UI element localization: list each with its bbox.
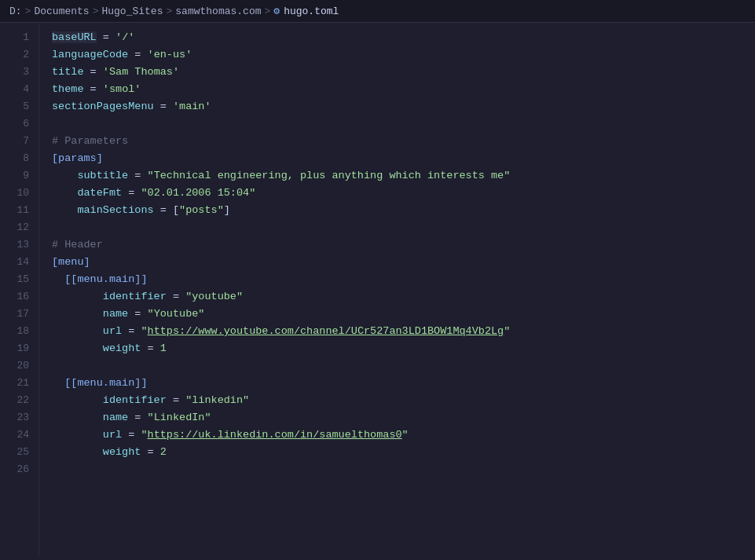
line-number: 25 (0, 444, 38, 461)
code-line: title = 'Sam Thomas' (52, 64, 755, 81)
breadcrumb-hugo-sites: Hugo_Sites (101, 5, 163, 17)
line-number: 19 (0, 340, 38, 357)
line-number: 26 (0, 461, 38, 478)
code-line (52, 357, 755, 375)
line-number: 13 (0, 236, 38, 254)
line-number: 8 (0, 150, 38, 167)
code-line: # Header (52, 236, 755, 254)
line-number: 4 (0, 81, 38, 98)
line-number: 11 (0, 202, 38, 219)
code-line: baseURL = '/' (52, 29, 755, 46)
line-number: 16 (0, 288, 38, 306)
breadcrumb-documents: Documents (34, 5, 89, 17)
code-line (52, 115, 755, 133)
gear-icon: ⚙ (273, 5, 280, 17)
code-line: weight = 2 (52, 444, 755, 461)
breadcrumb-samwthomas: samwthomas.com (175, 5, 261, 17)
breadcrumb-filename: hugo.toml (284, 5, 339, 17)
code-line: theme = 'smol' (52, 81, 755, 98)
code-line: url = "https://www.youtube.com/channel/U… (52, 323, 755, 340)
line-number: 18 (0, 323, 38, 340)
line-number: 20 (0, 357, 38, 375)
breadcrumb-sep1: > (25, 5, 31, 17)
code-line: url = "https://uk.linkedin.com/in/samuel… (52, 426, 755, 444)
code-area[interactable]: baseURL = '/'languageCode = 'en-us'title… (39, 23, 755, 557)
code-line: identifier = "linkedin" (52, 392, 755, 409)
breadcrumb-sep3: > (166, 5, 172, 17)
line-number: 15 (0, 271, 38, 288)
breadcrumb-drive: D: (9, 5, 22, 17)
code-line: name = "Youtube" (52, 306, 755, 323)
line-number: 22 (0, 392, 38, 409)
code-line: # Parameters (52, 133, 755, 150)
code-line: subtitle = "Technical engineering, plus … (52, 167, 755, 185)
line-number: 12 (0, 219, 38, 236)
code-line: [menu] (52, 254, 755, 271)
code-line: sectionPagesMenu = 'main' (52, 98, 755, 115)
line-number: 2 (0, 46, 38, 64)
line-number: 7 (0, 133, 38, 150)
line-number: 21 (0, 375, 38, 392)
code-line: languageCode = 'en-us' (52, 46, 755, 64)
line-numbers: 1234567891011121314151617181920212223242… (0, 23, 39, 557)
line-number: 9 (0, 167, 38, 185)
code-line: weight = 1 (52, 340, 755, 357)
breadcrumb-sep2: > (93, 5, 99, 17)
breadcrumb-file: ⚙ hugo.toml (273, 5, 339, 17)
line-number: 3 (0, 64, 38, 81)
line-number: 17 (0, 306, 38, 323)
editor-container: 1234567891011121314151617181920212223242… (0, 23, 755, 557)
line-number: 10 (0, 185, 38, 202)
breadcrumb-bar: D: > Documents > Hugo_Sites > samwthomas… (0, 0, 755, 23)
code-line: [[menu.main]] (52, 375, 755, 392)
line-number: 1 (0, 29, 38, 46)
code-line: dateFmt = "02.01.2006 15:04" (52, 185, 755, 202)
code-line (52, 219, 755, 236)
line-number: 14 (0, 254, 38, 271)
code-line: name = "LinkedIn" (52, 409, 755, 426)
code-line: identifier = "youtube" (52, 288, 755, 306)
breadcrumb-sep4: > (265, 5, 271, 17)
line-number: 5 (0, 98, 38, 115)
code-line: [[menu.main]] (52, 271, 755, 288)
code-line: [params] (52, 150, 755, 167)
line-number: 24 (0, 426, 38, 444)
code-line (52, 461, 755, 478)
line-number: 23 (0, 409, 38, 426)
line-number: 6 (0, 115, 38, 133)
code-line: mainSections = ["posts"] (52, 202, 755, 219)
